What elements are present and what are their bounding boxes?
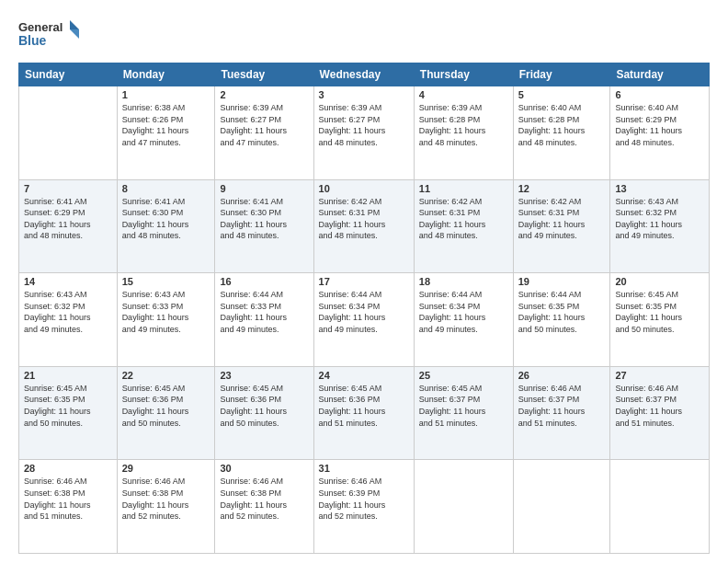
day-number: 30 [220, 463, 308, 474]
day-info: Sunrise: 6:39 AM Sunset: 6:27 PM Dayligh… [319, 102, 409, 148]
dow-header: Monday [117, 63, 215, 86]
day-info: Sunrise: 6:46 AM Sunset: 6:38 PM Dayligh… [220, 476, 308, 522]
calendar-cell: 8Sunrise: 6:41 AM Sunset: 6:30 PM Daylig… [117, 179, 215, 273]
day-info: Sunrise: 6:42 AM Sunset: 6:31 PM Dayligh… [319, 196, 409, 242]
day-number: 11 [419, 183, 508, 194]
day-number: 28 [24, 463, 112, 474]
day-info: Sunrise: 6:43 AM Sunset: 6:33 PM Dayligh… [122, 289, 210, 335]
day-number: 5 [518, 89, 606, 100]
dow-header: Sunday [19, 63, 118, 86]
day-info: Sunrise: 6:40 AM Sunset: 6:29 PM Dayligh… [615, 102, 704, 148]
day-info: Sunrise: 6:46 AM Sunset: 6:39 PM Dayligh… [319, 476, 409, 522]
calendar-cell: 14Sunrise: 6:43 AM Sunset: 6:32 PM Dayli… [19, 273, 118, 367]
day-number: 7 [24, 183, 112, 194]
day-number: 25 [419, 370, 508, 381]
day-number: 8 [122, 183, 210, 194]
calendar-cell: 2Sunrise: 6:39 AM Sunset: 6:27 PM Daylig… [215, 86, 313, 180]
day-info: Sunrise: 6:42 AM Sunset: 6:31 PM Dayligh… [518, 196, 606, 242]
calendar-cell: 15Sunrise: 6:43 AM Sunset: 6:33 PM Dayli… [117, 273, 215, 367]
day-info: Sunrise: 6:46 AM Sunset: 6:38 PM Dayligh… [24, 476, 112, 522]
day-info: Sunrise: 6:40 AM Sunset: 6:28 PM Dayligh… [518, 102, 606, 148]
day-info: Sunrise: 6:39 AM Sunset: 6:28 PM Dayligh… [419, 102, 508, 148]
day-info: Sunrise: 6:39 AM Sunset: 6:27 PM Dayligh… [220, 102, 308, 148]
calendar-cell: 26Sunrise: 6:46 AM Sunset: 6:37 PM Dayli… [513, 366, 610, 460]
calendar-cell [610, 460, 710, 554]
calendar-cell: 23Sunrise: 6:45 AM Sunset: 6:36 PM Dayli… [215, 366, 313, 460]
day-number: 16 [220, 276, 308, 287]
day-info: Sunrise: 6:45 AM Sunset: 6:35 PM Dayligh… [24, 383, 112, 429]
calendar-cell: 27Sunrise: 6:46 AM Sunset: 6:37 PM Dayli… [610, 366, 710, 460]
header: General Blue [18, 17, 710, 53]
day-number: 2 [220, 89, 308, 100]
day-number: 26 [518, 370, 606, 381]
calendar-cell: 29Sunrise: 6:46 AM Sunset: 6:38 PM Dayli… [117, 460, 215, 554]
day-number: 3 [319, 89, 409, 100]
day-number: 12 [518, 183, 606, 194]
calendar-week-row: 28Sunrise: 6:46 AM Sunset: 6:38 PM Dayli… [19, 460, 710, 554]
day-info: Sunrise: 6:46 AM Sunset: 6:38 PM Dayligh… [122, 476, 210, 522]
day-info: Sunrise: 6:45 AM Sunset: 6:35 PM Dayligh… [615, 289, 704, 335]
day-info: Sunrise: 6:45 AM Sunset: 6:36 PM Dayligh… [122, 383, 210, 429]
day-number: 22 [122, 370, 210, 381]
calendar-cell: 3Sunrise: 6:39 AM Sunset: 6:27 PM Daylig… [313, 86, 414, 180]
calendar-cell: 11Sunrise: 6:42 AM Sunset: 6:31 PM Dayli… [414, 179, 513, 273]
day-info: Sunrise: 6:43 AM Sunset: 6:32 PM Dayligh… [24, 289, 112, 335]
day-info: Sunrise: 6:46 AM Sunset: 6:37 PM Dayligh… [615, 383, 704, 429]
calendar-cell: 25Sunrise: 6:45 AM Sunset: 6:37 PM Dayli… [414, 366, 513, 460]
calendar-cell [513, 460, 610, 554]
day-number: 24 [319, 370, 409, 381]
day-number: 31 [319, 463, 409, 474]
day-info: Sunrise: 6:43 AM Sunset: 6:32 PM Dayligh… [615, 196, 704, 242]
day-info: Sunrise: 6:44 AM Sunset: 6:33 PM Dayligh… [220, 289, 308, 335]
day-info: Sunrise: 6:44 AM Sunset: 6:34 PM Dayligh… [319, 289, 409, 335]
calendar-cell: 31Sunrise: 6:46 AM Sunset: 6:39 PM Dayli… [313, 460, 414, 554]
day-number: 29 [122, 463, 210, 474]
svg-text:General: General [18, 20, 63, 34]
calendar-cell [414, 460, 513, 554]
dow-header: Saturday [610, 63, 710, 86]
calendar-week-row: 14Sunrise: 6:43 AM Sunset: 6:32 PM Dayli… [19, 273, 710, 367]
calendar-cell: 10Sunrise: 6:42 AM Sunset: 6:31 PM Dayli… [313, 179, 414, 273]
day-number: 6 [615, 89, 704, 100]
calendar-cell: 20Sunrise: 6:45 AM Sunset: 6:35 PM Dayli… [610, 273, 710, 367]
day-info: Sunrise: 6:42 AM Sunset: 6:31 PM Dayligh… [419, 196, 508, 242]
day-info: Sunrise: 6:44 AM Sunset: 6:34 PM Dayligh… [419, 289, 508, 335]
calendar-cell: 19Sunrise: 6:44 AM Sunset: 6:35 PM Dayli… [513, 273, 610, 367]
calendar-week-row: 21Sunrise: 6:45 AM Sunset: 6:35 PM Dayli… [19, 366, 710, 460]
calendar-cell: 9Sunrise: 6:41 AM Sunset: 6:30 PM Daylig… [215, 179, 313, 273]
day-number: 9 [220, 183, 308, 194]
day-info: Sunrise: 6:41 AM Sunset: 6:29 PM Dayligh… [24, 196, 112, 242]
dow-header: Wednesday [313, 63, 414, 86]
day-info: Sunrise: 6:45 AM Sunset: 6:36 PM Dayligh… [319, 383, 409, 429]
day-number: 21 [24, 370, 112, 381]
calendar-cell: 17Sunrise: 6:44 AM Sunset: 6:34 PM Dayli… [313, 273, 414, 367]
day-number: 23 [220, 370, 308, 381]
calendar-cell [19, 86, 118, 180]
day-number: 4 [419, 89, 508, 100]
calendar-cell: 16Sunrise: 6:44 AM Sunset: 6:33 PM Dayli… [215, 273, 313, 367]
day-info: Sunrise: 6:41 AM Sunset: 6:30 PM Dayligh… [122, 196, 210, 242]
days-of-week-row: SundayMondayTuesdayWednesdayThursdayFrid… [19, 63, 710, 86]
calendar-cell: 1Sunrise: 6:38 AM Sunset: 6:26 PM Daylig… [117, 86, 215, 180]
day-number: 18 [419, 276, 508, 287]
calendar-week-row: 7Sunrise: 6:41 AM Sunset: 6:29 PM Daylig… [19, 179, 710, 273]
calendar-cell: 7Sunrise: 6:41 AM Sunset: 6:29 PM Daylig… [19, 179, 118, 273]
day-number: 10 [319, 183, 409, 194]
calendar-table: SundayMondayTuesdayWednesdayThursdayFrid… [18, 63, 710, 554]
logo-svg: General Blue [18, 17, 83, 53]
day-info: Sunrise: 6:45 AM Sunset: 6:36 PM Dayligh… [220, 383, 308, 429]
calendar-cell: 22Sunrise: 6:45 AM Sunset: 6:36 PM Dayli… [117, 366, 215, 460]
day-info: Sunrise: 6:41 AM Sunset: 6:30 PM Dayligh… [220, 196, 308, 242]
svg-text:Blue: Blue [18, 33, 47, 48]
day-number: 15 [122, 276, 210, 287]
dow-header: Tuesday [215, 63, 313, 86]
calendar-cell: 5Sunrise: 6:40 AM Sunset: 6:28 PM Daylig… [513, 86, 610, 180]
calendar-cell: 24Sunrise: 6:45 AM Sunset: 6:36 PM Dayli… [313, 366, 414, 460]
day-number: 1 [122, 89, 210, 100]
calendar-cell: 18Sunrise: 6:44 AM Sunset: 6:34 PM Dayli… [414, 273, 513, 367]
dow-header: Thursday [414, 63, 513, 86]
day-info: Sunrise: 6:46 AM Sunset: 6:37 PM Dayligh… [518, 383, 606, 429]
day-number: 19 [518, 276, 606, 287]
day-number: 14 [24, 276, 112, 287]
day-number: 13 [615, 183, 704, 194]
